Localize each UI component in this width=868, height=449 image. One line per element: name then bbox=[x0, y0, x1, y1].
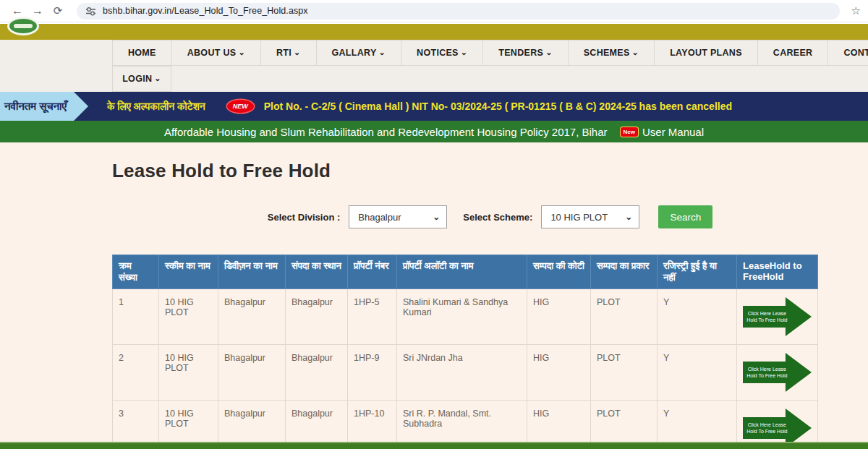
leasehold-table: क्रम संख्या स्कीम का नाम डिवीज़न का नाम … bbox=[112, 255, 818, 449]
scheme-select[interactable]: 10 HIG PLOT ⌄ bbox=[541, 205, 639, 228]
policy-bar: Affordable Housing and Slum Rehabilitati… bbox=[0, 121, 868, 142]
leasehold-to-freehold-arrow-button[interactable]: Click Here Lease Hold To Free Hold bbox=[743, 297, 812, 336]
cell-division: Bhagalpur bbox=[218, 345, 286, 401]
address-bar[interactable]: bshb.bihar.gov.in/Lease_Hold_To_Free_Hol… bbox=[77, 3, 840, 20]
table-header-row: क्रम संख्या स्कीम का नाम डिवीज़न का नाम … bbox=[113, 255, 818, 289]
division-select[interactable]: Bhagalpur ⌄ bbox=[349, 205, 447, 228]
nav-item-notices[interactable]: NOTICES⌄ bbox=[401, 40, 483, 66]
division-selected-value: Bhagalpur bbox=[358, 212, 401, 223]
cell-allottee: Sri JNrdan Jha bbox=[397, 345, 527, 401]
cell-property-no: 1HP-9 bbox=[348, 345, 397, 401]
reload-icon[interactable]: ⟳ bbox=[48, 2, 68, 20]
nav-item-schemes[interactable]: SCHEMES⌄ bbox=[569, 40, 655, 66]
table-row: 1 10 HIG PLOT Bhagalpur Bhagalpur 1HP-5 … bbox=[113, 289, 818, 345]
cell-registry: Y bbox=[658, 345, 737, 401]
cell-division: Bhagalpur bbox=[218, 289, 286, 345]
cell-action: Click Here Lease Hold To Free Hold bbox=[737, 289, 818, 345]
nav-item-home[interactable]: HOME bbox=[112, 40, 172, 66]
cell-type: PLOT bbox=[591, 289, 658, 345]
ticker-label: नवीनतम सूचनाएँ bbox=[0, 92, 74, 121]
header-location: संपदा का स्थान bbox=[286, 255, 348, 289]
site-header-bar bbox=[0, 22, 868, 40]
nav-item-rti[interactable]: RTI⌄ bbox=[261, 40, 317, 66]
search-form: Select Division : Bhagalpur ⌄ Select Sch… bbox=[0, 205, 868, 228]
header-action: LeaseHold to FreeHold bbox=[737, 255, 818, 289]
browser-toolbar: ← → ⟳ bshb.bihar.gov.in/Lease_Hold_To_Fr… bbox=[0, 0, 868, 22]
division-label: Select Division : bbox=[268, 212, 340, 223]
news-ticker: नवीनतम सूचनाएँ के लिए अल्पकालीन कोटेशन N… bbox=[0, 92, 868, 121]
nav-item-tenders[interactable]: TENDERS⌄ bbox=[483, 40, 568, 66]
main-content: Lease Hold to Free Hold Select Division … bbox=[0, 142, 868, 449]
scheme-selected-value: 10 HIG PLOT bbox=[550, 212, 608, 223]
footer-bar bbox=[0, 442, 868, 449]
cell-scheme: 10 HIG PLOT bbox=[159, 345, 218, 401]
nav-item-career[interactable]: CAREER bbox=[758, 40, 829, 66]
cell-registry: Y bbox=[658, 289, 737, 345]
cell-type: PLOT bbox=[591, 345, 658, 401]
cell-sno: 1 bbox=[113, 289, 159, 345]
scheme-label: Select Scheme: bbox=[463, 212, 532, 223]
ticker-text-after[interactable]: Plot No. - C-2/5 ( Cinema Hall ) NIT No-… bbox=[264, 101, 732, 112]
cell-location: Bhagalpur bbox=[286, 345, 348, 401]
header-division: डिवीज़न का नाम bbox=[218, 255, 286, 289]
user-manual-link[interactable]: User Manual bbox=[642, 126, 704, 138]
bookmark-star-icon[interactable]: ☆ bbox=[851, 4, 861, 17]
cell-category: HIG bbox=[527, 289, 591, 345]
cell-action: Click Here Lease Hold To Free Hold bbox=[737, 345, 818, 401]
nav-row-primary: HOME ABOUT US⌄ RTI⌄ GALLARY⌄ NOTICES⌄ TE… bbox=[112, 40, 868, 66]
olive-stripe bbox=[0, 24, 868, 40]
cell-sno: 2 bbox=[113, 345, 159, 401]
header-category: सम्पदा की कोटी bbox=[527, 255, 591, 289]
cell-property-no: 1HP-5 bbox=[348, 289, 397, 345]
cell-location: Bhagalpur bbox=[286, 289, 348, 345]
search-button[interactable]: Search bbox=[658, 205, 712, 228]
page: ← → ⟳ bshb.bihar.gov.in/Lease_Hold_To_Fr… bbox=[0, 0, 868, 449]
page-title: Lease Hold to Free Hold bbox=[112, 142, 868, 182]
policy-text: Affordable Housing and Slum Rehabilitati… bbox=[164, 126, 608, 138]
header-type: सम्पदा का प्रकार bbox=[591, 255, 658, 289]
header-property-no: प्रॉपर्टी नंबर bbox=[348, 255, 397, 289]
new-badge-small: New bbox=[621, 127, 638, 137]
ticker-arrow-shape bbox=[74, 92, 88, 121]
header-allottee: प्रॉपर्टी अलॉटी का नाम bbox=[397, 255, 527, 289]
ticker-message[interactable]: के लिए अल्पकालीन कोटेशन NEW Plot No. - C… bbox=[107, 100, 732, 113]
nav-item-gallary[interactable]: GALLARY⌄ bbox=[317, 40, 402, 66]
forward-icon[interactable]: → bbox=[27, 2, 48, 20]
table-row: 2 10 HIG PLOT Bhagalpur Bhagalpur 1HP-9 … bbox=[113, 345, 818, 401]
site-info-icon[interactable] bbox=[85, 6, 96, 17]
nav-item-layout-plans[interactable]: LAYOUT PLANS bbox=[655, 40, 758, 66]
nav-item-contact-list[interactable]: CONTACT LIST bbox=[828, 40, 868, 66]
cell-category: HIG bbox=[527, 345, 591, 401]
header-scheme: स्कीम का नाम bbox=[159, 255, 218, 289]
header-sno: क्रम संख्या bbox=[113, 255, 159, 289]
cell-scheme: 10 HIG PLOT bbox=[159, 289, 218, 345]
url-text[interactable]: bshb.bihar.gov.in/Lease_Hold_To_Free_Hol… bbox=[103, 6, 831, 16]
nav-item-about-us[interactable]: ABOUT US⌄ bbox=[172, 40, 261, 66]
main-navigation: HOME ABOUT US⌄ RTI⌄ GALLARY⌄ NOTICES⌄ TE… bbox=[0, 40, 868, 92]
cell-allottee: Shalini Kumari & Sandhya Kumari bbox=[397, 289, 527, 345]
leasehold-to-freehold-arrow-button[interactable]: Click Here Lease Hold To Free Hold bbox=[743, 353, 812, 392]
new-badge: NEW bbox=[227, 100, 254, 113]
site-logo bbox=[7, 17, 39, 35]
ticker-text-before[interactable]: के लिए अल्पकालीन कोटेशन bbox=[107, 101, 205, 113]
nav-row-secondary: LOGIN⌄ bbox=[112, 66, 868, 92]
nav-item-login[interactable]: LOGIN⌄ bbox=[112, 66, 171, 92]
header-registry: रजिस्ट्री हुई है या नहीं bbox=[658, 255, 737, 289]
